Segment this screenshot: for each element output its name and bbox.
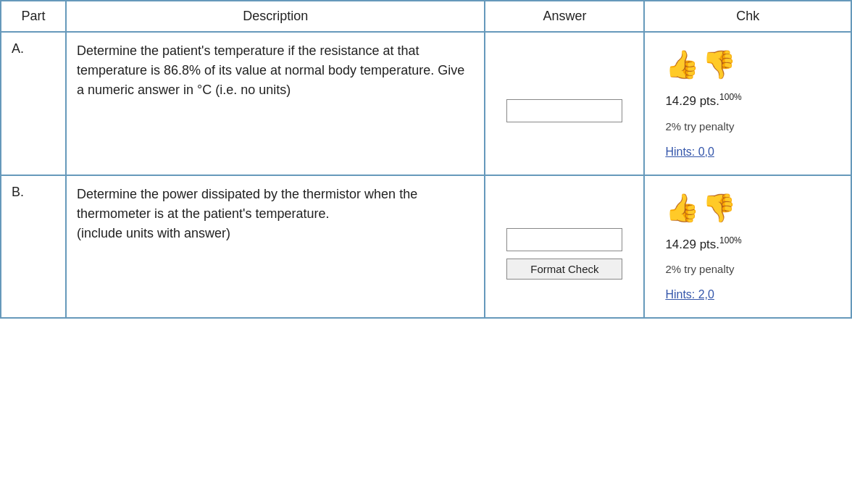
description-text-b: Determine the power dissipated by the th… xyxy=(77,187,417,240)
description-cell-a: Determine the patient's temperature if t… xyxy=(66,32,485,175)
description-cell-b: Determine the power dissipated by the th… xyxy=(66,175,485,319)
description-text-a: Determine the patient's temperature if t… xyxy=(77,43,464,97)
answer-cell-b: Format Check xyxy=(485,175,644,319)
hints-link-a[interactable]: Hints: 0,0 xyxy=(665,146,714,159)
thumbs-down-icon-a[interactable]: 👎 xyxy=(702,49,736,80)
header-chk: Chk xyxy=(644,1,851,32)
chk-cell-a: 👍 👎 14.29 pts.100% 2% try penalty Hints:… xyxy=(644,32,851,175)
pts-a: 14.29 pts.100% xyxy=(665,92,741,109)
table-row: A. Determine the patient's temperature i… xyxy=(1,32,851,175)
hints-link-b[interactable]: Hints: 2,0 xyxy=(665,288,714,301)
thumbs-down-icon-b[interactable]: 👎 xyxy=(702,192,736,224)
part-label-b: B. xyxy=(1,175,66,319)
answer-input-a[interactable] xyxy=(506,99,622,122)
format-check-button[interactable]: Format Check xyxy=(506,259,622,280)
part-label-a: A. xyxy=(1,32,66,175)
header-part: Part xyxy=(1,1,66,32)
chk-cell-b: 👍 👎 14.29 pts.100% 2% try penalty Hints:… xyxy=(644,175,851,319)
table-row: B. Determine the power dissipated by the… xyxy=(1,175,851,319)
answer-input-b[interactable] xyxy=(506,228,622,251)
answer-cell-a xyxy=(485,32,644,175)
thumbs-row-a: 👍 👎 xyxy=(665,49,736,80)
thumbs-up-icon-b[interactable]: 👍 xyxy=(665,192,699,224)
pts-b: 14.29 pts.100% xyxy=(665,235,741,252)
thumbs-row-b: 👍 👎 xyxy=(665,192,736,224)
header-answer: Answer xyxy=(485,1,644,32)
thumbs-up-icon-a[interactable]: 👍 xyxy=(665,49,699,80)
penalty-a: 2% try penalty xyxy=(665,120,734,133)
penalty-b: 2% try penalty xyxy=(665,263,734,275)
header-description: Description xyxy=(66,1,485,32)
main-table: Part Description Answer Chk A. Determine… xyxy=(0,0,852,319)
